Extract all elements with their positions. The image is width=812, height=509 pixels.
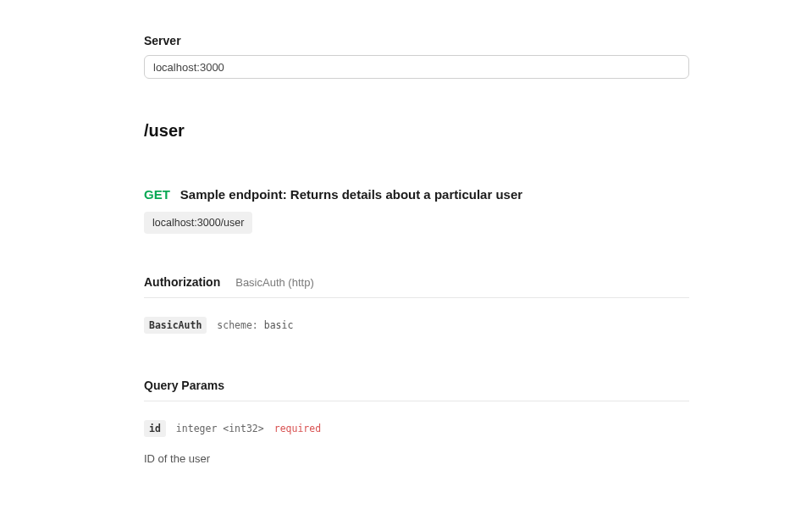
auth-scheme-value: basic [264,319,294,331]
endpoint-header: GET Sample endpoint: Returns details abo… [144,187,689,202]
authorization-scheme-row: BasicAuth scheme: basic [144,317,689,334]
param-name: id [144,420,166,437]
endpoint-url: localhost:3000/user [144,212,252,234]
param-required: required [274,423,321,434]
server-section: Server [144,34,689,79]
authorization-title: Authorization [144,275,220,289]
authorization-section-header: Authorization BasicAuth (http) [144,275,689,298]
api-doc-container: Server /user GET Sample endpoint: Return… [144,34,689,509]
auth-scheme-name: BasicAuth [144,317,207,334]
param-description: ID of the user [144,452,689,465]
path-heading: /user [144,121,689,141]
auth-scheme-key: scheme: [217,319,257,331]
http-method-badge: GET [144,187,170,202]
authorization-subtitle: BasicAuth (http) [235,276,314,289]
query-params-section: Query Params id integer <int32> required… [144,379,689,465]
server-input[interactable] [144,55,689,79]
query-params-title: Query Params [144,379,689,401]
auth-scheme-kv: scheme: basic [217,319,293,331]
param-row: id integer <int32> required [144,420,689,437]
server-label: Server [144,34,689,47]
param-type: integer <int32> [176,423,264,434]
endpoint-title: Sample endpoint: Returns details about a… [180,187,522,202]
